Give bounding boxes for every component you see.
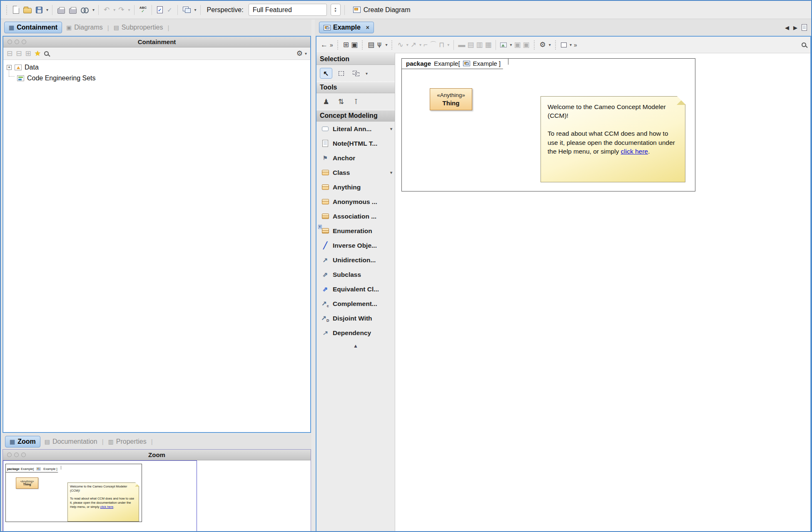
diagram-overview-icon[interactable]: ▣ <box>351 40 358 49</box>
palette-item-complement[interactable]: ↗c Complement... <box>316 296 395 311</box>
redo-dropdown-caret[interactable]: ▾ <box>128 7 130 12</box>
magnet-dropdown-caret[interactable]: ▾ <box>406 42 408 47</box>
palette-item-enumeration[interactable]: Enumeration <box>316 224 395 238</box>
gear-dropdown-caret[interactable]: ▾ <box>305 51 307 56</box>
package-frame[interactable]: package Example[ Example ] «Anything» Th… <box>401 58 695 191</box>
stamp-tool-button[interactable]: ♟ <box>320 96 332 107</box>
line-style-dropdown-caret[interactable]: ▾ <box>419 42 421 47</box>
collapse-all-icon[interactable]: ⊟ <box>7 49 12 58</box>
panel-float-icon[interactable] <box>22 40 26 44</box>
distribute-icon[interactable]: ▥ <box>476 40 483 49</box>
search-icon[interactable] <box>44 51 49 56</box>
spell-check-button[interactable]: ABC✓ <box>138 5 148 14</box>
hierarchy-dropdown-caret[interactable]: ▾ <box>385 42 387 47</box>
expand-node-icon[interactable]: + <box>7 65 12 70</box>
favorites-star-icon[interactable]: ★ <box>35 49 41 58</box>
tab-example-diagram[interactable]: Example × <box>319 22 374 33</box>
diagram-properties-icon[interactable]: ▤ <box>368 40 374 49</box>
gear-dropdown-caret[interactable]: ▾ <box>549 42 551 47</box>
palette-item-equivalent-class[interactable]: ⇗ Equivalent Cl... <box>316 282 395 296</box>
save-dropdown-caret[interactable]: ▾ <box>46 7 48 12</box>
containment-tree-icon[interactable]: ⊞ <box>343 40 349 49</box>
undo-button[interactable]: ↶ <box>102 5 111 15</box>
open-in-new-tree-icon[interactable]: ⊞ <box>25 49 31 58</box>
tab-documentation[interactable]: ▤ Documentation <box>40 436 102 447</box>
image-dropdown-caret[interactable]: ▾ <box>510 42 512 47</box>
zoom-search-icon[interactable] <box>802 42 806 47</box>
gear-icon[interactable]: ⚙ <box>296 49 303 58</box>
palette-item-inverse-object[interactable]: ╱ Inverse Obje... <box>316 238 395 253</box>
tab-properties[interactable]: ▥ Properties <box>104 436 151 447</box>
save-button[interactable] <box>35 6 44 14</box>
align-left-icon[interactable]: ▬ <box>458 41 465 49</box>
image-shape-icon[interactable] <box>500 42 507 47</box>
tree-row-data[interactable]: + Data <box>3 62 310 73</box>
find-dropdown-caret[interactable]: ▾ <box>92 7 95 12</box>
hierarchy-icon[interactable]: ⋔ <box>376 40 382 49</box>
panel-minimize-icon[interactable] <box>15 40 19 44</box>
tab-list-icon[interactable] <box>802 24 807 31</box>
palette-item-unidirectional[interactable]: ↗ Unidirection... <box>316 253 395 267</box>
palette-scroll-up[interactable]: ▲ <box>316 340 395 352</box>
rectilinear-path-icon[interactable]: ⌐ <box>423 41 428 49</box>
palette-item-anchor[interactable]: ⚑ Anchor <box>316 151 395 165</box>
undo-dropdown-caret[interactable]: ▾ <box>113 7 115 12</box>
tree-row-code-engineering-sets[interactable]: Code Engineering Sets <box>3 73 310 84</box>
open-project-button[interactable] <box>22 5 33 14</box>
magnet-icon[interactable]: ∿ <box>397 40 403 49</box>
more-toolbar-chevron-icon[interactable]: » <box>330 42 333 48</box>
palette-section-concept-modeling[interactable]: Concept Modeling <box>316 110 395 122</box>
panel-minimize-icon[interactable] <box>14 452 19 457</box>
tab-zoom[interactable]: ▦ Zoom <box>5 436 40 447</box>
print-preview-button[interactable] <box>68 5 78 15</box>
thing-class-box[interactable]: «Anything» Thing <box>430 88 472 110</box>
chevron-down-icon[interactable]: ▾ <box>390 127 392 131</box>
palette-item-dependency[interactable]: ⇢ Dependency <box>316 326 395 340</box>
make-same-size-icon[interactable]: ▦ <box>485 40 491 49</box>
zoom-viewport-rect[interactable] <box>3 460 197 532</box>
reset-path-icon[interactable]: ⊓ <box>439 40 444 49</box>
back-icon[interactable]: ← <box>321 41 328 49</box>
click-here-link[interactable]: click here <box>621 148 648 155</box>
distribute-tool-button[interactable]: ⊺ <box>350 96 362 107</box>
new-project-button[interactable] <box>12 5 20 15</box>
previous-tab-icon[interactable]: ◀ <box>785 25 789 31</box>
perspective-stepper[interactable]: ▴▾ <box>331 4 341 16</box>
palette-item-anything[interactable]: Anything <box>316 180 395 194</box>
rectangle-select-button[interactable] <box>335 68 347 79</box>
multi-select-button[interactable] <box>350 68 362 79</box>
panel-close-icon[interactable] <box>7 40 12 44</box>
check-syntax-button[interactable]: ✓ <box>166 5 174 15</box>
more-toolbar-chevron-icon[interactable]: » <box>574 42 577 48</box>
close-icon[interactable]: × <box>366 24 369 31</box>
curve-path-icon[interactable]: ⌒ <box>430 40 437 50</box>
palette-item-note-html[interactable]: Note(HTML T... <box>316 136 395 151</box>
chevron-down-icon[interactable]: ▾ <box>390 170 392 175</box>
gear-icon[interactable]: ⚙ <box>540 40 546 49</box>
line-style-icon[interactable]: ↗ <box>411 40 416 49</box>
grid-icon[interactable] <box>561 42 567 47</box>
panel-float-icon[interactable] <box>21 452 26 457</box>
next-tab-icon[interactable]: ▶ <box>793 25 797 31</box>
align-tool-button[interactable]: ⇅ <box>335 96 347 107</box>
welcome-note[interactable]: Welcome to the Cameo Concept Modeler (CC… <box>541 96 685 182</box>
palette-item-association[interactable]: Association ... <box>316 209 395 224</box>
package-frame-header[interactable]: package Example[ Example ] <box>402 59 508 69</box>
validate-button[interactable] <box>156 5 164 14</box>
palette-item-subclass[interactable]: ⇗ Subclass <box>316 267 395 282</box>
diagrams-dropdown-caret[interactable]: ▾ <box>194 7 197 12</box>
palette-item-disjoint-with[interactable]: ↗D Disjoint With <box>316 311 395 326</box>
select-tool-button[interactable]: ↖ <box>320 68 332 79</box>
find-button[interactable] <box>80 7 90 13</box>
palette-section-tools[interactable]: Tools <box>316 82 395 93</box>
add-diagram-icon[interactable]: ▣ <box>514 40 521 49</box>
palette-item-class[interactable]: Class ▾ <box>316 165 395 180</box>
related-diagrams-button[interactable] <box>182 6 192 14</box>
palette-section-selection[interactable]: Selection <box>316 53 395 65</box>
create-diagram-button[interactable]: Create Diagram <box>352 5 412 15</box>
tab-subproperties[interactable]: ▤ Subproperties <box>110 22 167 33</box>
redo-button[interactable]: ↷ <box>117 5 125 15</box>
palette-item-anonymous[interactable]: Anonymous ... <box>316 194 395 209</box>
print-button[interactable] <box>56 5 66 15</box>
add-legend-icon[interactable]: ▣ <box>523 40 530 49</box>
